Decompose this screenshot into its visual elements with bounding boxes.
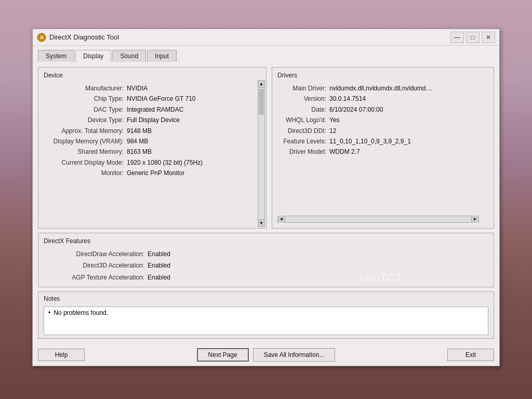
drivers-row-5: Feature Levels: 11_0,10_1,10_0,9_3,9_2,9…: [277, 136, 488, 147]
device-row-1: Chip Type: NVIDIA GeForce GT 710: [44, 94, 255, 104]
feature-value-1: Enabled: [148, 260, 170, 271]
device-label-6: Shared Memory:: [44, 147, 127, 157]
device-label-2: DAC Type:: [44, 104, 127, 115]
drivers-label-5: Feature Levels:: [277, 136, 329, 147]
drivers-value-2: 6/10/2024 07:00:00: [329, 104, 383, 115]
features-grid: DirectDraw Acceleration: Enabled Direct3…: [44, 249, 488, 283]
drivers-label-3: WHQL Logo'd:: [277, 115, 329, 125]
device-value-7: 1920 x 1080 (32 bit) (75Hz): [127, 157, 203, 168]
drivers-label-6: Driver Model:: [277, 147, 329, 157]
device-value-4: 9148 MB: [127, 126, 152, 136]
drivers-panel-title: Drivers: [277, 72, 488, 79]
drivers-value-3: Yes: [329, 115, 340, 125]
drivers-label-2: Date:: [277, 104, 329, 115]
drivers-label-4: Direct3D DDI:: [277, 126, 329, 136]
scroll-up-arrow[interactable]: ▲: [258, 81, 264, 88]
drivers-row-4: Direct3D DDI: 12: [277, 126, 488, 136]
bullet-icon: •: [48, 309, 50, 316]
feature-label-0: DirectDraw Acceleration:: [44, 249, 148, 259]
title-buttons: — □ ✕: [450, 32, 495, 43]
notes-item-0: • No problems found.: [48, 309, 484, 316]
directx-features-panel: DirectX Features DirectDraw Acceleration…: [38, 233, 494, 287]
device-value-0: NVIDIA: [127, 83, 148, 94]
drivers-row-0: Main Driver: nvldumdx.dll,nvldumdx.dll,n…: [277, 83, 488, 94]
bottom-center-buttons: Next Page Save All Information...: [197, 348, 336, 362]
feature-row-1: Direct3D Acceleration: Enabled: [44, 260, 488, 271]
drivers-row-2: Date: 6/10/2024 07:00:00: [277, 104, 488, 115]
device-row-7: Current Display Mode: 1920 x 1080 (32 bi…: [44, 157, 255, 168]
device-label-0: Manufacturer:: [44, 83, 127, 94]
notes-content: • No problems found.: [44, 307, 488, 335]
hscroll-right-arrow[interactable]: ►: [471, 216, 478, 223]
main-window: ✕ DirectX Diagnostic Tool — □ ✕ System D…: [32, 29, 500, 366]
device-row-5: Display Memory (VRAM): 984 MB: [44, 136, 255, 147]
device-row-0: Manufacturer: NVIDIA: [44, 83, 255, 94]
device-label-4: Approx. Total Memory:: [44, 126, 127, 136]
svg-text:✕: ✕: [39, 35, 44, 41]
drivers-label-0: Main Driver:: [277, 83, 329, 94]
feature-label-1: Direct3D Acceleration:: [44, 260, 148, 271]
drivers-row-3: WHQL Logo'd: Yes: [277, 115, 488, 125]
tab-display[interactable]: Display: [75, 50, 111, 62]
drivers-value-0: nvldumdx.dll,nvldumdx.dll,nvldumdx.d: [329, 83, 433, 94]
device-label-5: Display Memory (VRAM):: [44, 136, 127, 147]
features-panel-title: DirectX Features: [44, 237, 488, 245]
tab-system[interactable]: System: [38, 50, 74, 62]
drivers-value-5: 11_0,10_1,10_0,9_3,9_2,9_1: [329, 136, 411, 147]
panels-row: Device Manufacturer: NVIDIA Chip Type: N…: [38, 67, 494, 229]
scroll-down-arrow[interactable]: ▼: [258, 219, 264, 227]
device-info-table: Manufacturer: NVIDIA Chip Type: NVIDIA G…: [44, 83, 255, 179]
scroll-thumb[interactable]: [259, 89, 264, 115]
feature-label-2: AGP Texture Acceleration:: [44, 272, 148, 283]
drivers-info-table: Main Driver: nvldumdx.dll,nvldumdx.dll,n…: [277, 83, 488, 157]
feature-value-2: Enabled: [148, 272, 170, 283]
feature-row-2: AGP Texture Acceleration: Enabled: [44, 272, 488, 283]
window-title: DirectX Diagnostic Tool: [49, 33, 450, 41]
content-area: Device Manufacturer: NVIDIA Chip Type: N…: [33, 62, 499, 344]
drivers-row-1: Version: 30.0.14.7514: [277, 94, 488, 104]
device-label-7: Current Display Mode:: [44, 157, 127, 168]
save-all-button[interactable]: Save All Information...: [253, 348, 336, 362]
device-panel: Device Manufacturer: NVIDIA Chip Type: N…: [38, 67, 267, 229]
device-value-3: Full Display Device: [127, 115, 180, 125]
feature-value-0: Enabled: [148, 249, 170, 259]
device-row-8: Monitor: Generic PnP Monitor: [44, 168, 255, 178]
device-row-3: Device Type: Full Display Device: [44, 115, 255, 125]
notes-text-0: No problems found.: [54, 309, 108, 316]
close-button[interactable]: ✕: [482, 32, 495, 43]
device-value-1: NVIDIA GeForce GT 710: [127, 94, 196, 104]
title-bar: ✕ DirectX Diagnostic Tool — □ ✕: [33, 29, 499, 46]
bottom-bar: Help Next Page Save All Information... E…: [33, 344, 499, 366]
tab-bar: System Display Sound Input: [33, 46, 499, 62]
exit-button[interactable]: Exit: [447, 349, 494, 361]
tab-sound[interactable]: Sound: [112, 50, 146, 62]
drivers-row-6: Driver Model: WDDM 2.7: [277, 147, 488, 157]
device-label-8: Monitor:: [44, 168, 127, 178]
drivers-value-6: WDDM 2.7: [329, 147, 360, 157]
device-label-3: Device Type:: [44, 115, 127, 125]
device-panel-title: Device: [44, 72, 255, 79]
device-value-8: Generic PnP Monitor: [127, 168, 184, 178]
device-value-2: Integrated RAMDAC: [127, 104, 183, 115]
minimize-button[interactable]: —: [450, 32, 464, 43]
hscroll-left-arrow[interactable]: ◄: [278, 216, 285, 223]
device-row-6: Shared Memory: 8163 MB: [44, 147, 255, 157]
device-label-1: Chip Type:: [44, 94, 127, 104]
tab-input[interactable]: Input: [147, 50, 177, 62]
device-value-5: 984 MB: [127, 136, 148, 147]
app-icon: ✕: [37, 33, 46, 42]
next-page-button[interactable]: Next Page: [197, 348, 249, 362]
device-row-2: DAC Type: Integrated RAMDAC: [44, 104, 255, 115]
drivers-value-4: 12: [329, 126, 336, 136]
notes-panel-title: Notes: [44, 295, 488, 302]
feature-row-0: DirectDraw Acceleration: Enabled: [44, 249, 488, 259]
maximize-button[interactable]: □: [466, 32, 480, 43]
drivers-panel: Drivers Main Driver: nvldumdx.dll,nvldum…: [272, 67, 494, 229]
device-value-6: 8163 MB: [127, 147, 152, 157]
drivers-label-1: Version:: [277, 94, 329, 104]
device-row-4: Approx. Total Memory: 9148 MB: [44, 126, 255, 136]
drivers-hscrollbar[interactable]: ◄ ►: [277, 216, 479, 223]
drivers-value-1: 30.0.14.7514: [329, 94, 366, 104]
help-button[interactable]: Help: [38, 349, 85, 361]
device-scrollbar[interactable]: ▲ ▼: [258, 80, 265, 227]
